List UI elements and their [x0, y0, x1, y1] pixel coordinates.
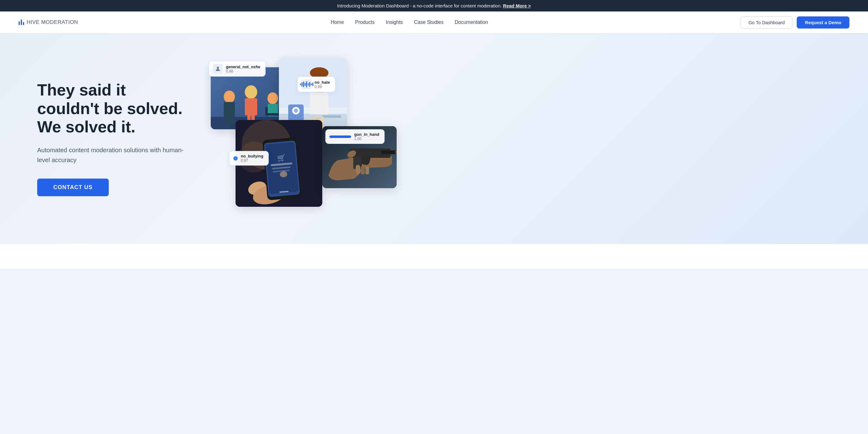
hate-tag-badge: no_hate 0.99 [298, 76, 335, 92]
svg-rect-4 [224, 102, 235, 118]
svg-rect-8 [245, 98, 257, 115]
nav-links: Home Products Insights Case Studies Docu… [331, 20, 488, 25]
logo-text: HIVE MODERATION [27, 19, 78, 25]
nsfw-tag-badge: general_not_nsfw 0.98 [209, 61, 266, 76]
bullying-label: no_bullying [241, 154, 264, 158]
svg-rect-6 [230, 116, 233, 126]
svg-rect-30 [310, 93, 329, 114]
svg-point-33 [294, 108, 298, 113]
svg-point-3 [224, 91, 235, 103]
gun-score: 1.00 [354, 137, 379, 141]
user-icon [213, 64, 223, 74]
svg-rect-64 [365, 166, 369, 175]
nav-actions: Go To Dashboard Request a Demo [741, 17, 849, 29]
hate-label: no_hate [314, 80, 330, 85]
announcement-bar: Introducing Moderation Dashboard - a no-… [0, 0, 868, 11]
hate-score: 0.99 [314, 85, 330, 89]
svg-point-20 [217, 67, 219, 69]
navbar: HIVE MODERATION Home Products Insights C… [0, 11, 868, 33]
waveform-icon [302, 80, 311, 89]
nsfw-label: general_not_nsfw [226, 64, 260, 69]
svg-rect-18 [265, 107, 268, 116]
svg-point-7 [245, 85, 257, 99]
nsfw-score: 0.98 [226, 69, 260, 73]
hero-section: They said it couldn't be solved. We solv… [0, 33, 868, 244]
svg-rect-62 [356, 165, 360, 174]
bullying-tag-badge: no_bullying 0.97 [229, 151, 269, 165]
announcement-text: Introducing Moderation Dashboard - a no-… [337, 3, 502, 8]
logo-link[interactable]: HIVE MODERATION [19, 19, 78, 25]
hero-right: general_not_nsfw 0.98 [205, 58, 843, 219]
nav-link-documentation[interactable]: Documentation [455, 20, 488, 25]
gun-tag-badge: gun_in_hand 1.00 [326, 129, 384, 144]
bottom-section [0, 244, 868, 269]
svg-rect-63 [361, 166, 365, 175]
nav-link-case-studies[interactable]: Case Studies [414, 20, 443, 25]
request-demo-button[interactable]: Request a Demo [797, 17, 849, 29]
svg-rect-59 [381, 150, 397, 154]
nav-link-insights[interactable]: Insights [386, 20, 403, 25]
gun-label: gun_in_hand [354, 132, 379, 137]
svg-point-11 [268, 92, 278, 104]
circle-icon [234, 156, 238, 161]
hero-subtext: Automated content moderation solutions w… [37, 145, 192, 165]
logo-icon [19, 20, 24, 25]
go-to-dashboard-button[interactable]: Go To Dashboard [741, 17, 793, 29]
hero-headline: They said it couldn't be solved. We solv… [37, 81, 192, 136]
svg-rect-5 [226, 116, 229, 126]
contact-us-button[interactable]: CONTACT US [37, 179, 109, 196]
hero-left: They said it couldn't be solved. We solv… [37, 81, 192, 196]
svg-rect-34 [322, 115, 341, 118]
svg-text:🛒: 🛒 [277, 153, 286, 162]
announcement-link[interactable]: Read More > [503, 3, 531, 8]
bullying-score: 0.97 [241, 158, 264, 163]
progress-bar-icon [330, 135, 351, 138]
nav-link-products[interactable]: Products [355, 20, 375, 25]
nav-link-home[interactable]: Home [331, 20, 344, 25]
